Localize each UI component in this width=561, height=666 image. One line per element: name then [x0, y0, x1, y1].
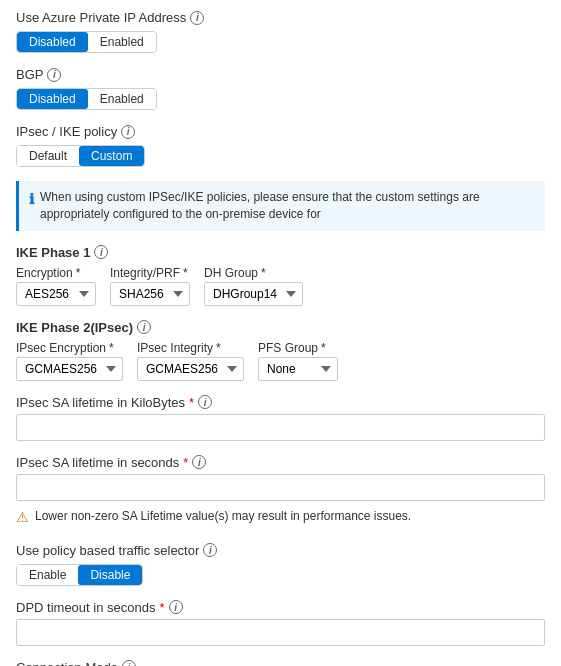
ipsec-ike-policy-toggle[interactable]: Default Custom [16, 145, 145, 167]
policy-based-traffic-enable-btn[interactable]: Enable [17, 565, 78, 585]
use-azure-private-ip-enabled-btn[interactable]: Enabled [88, 32, 156, 52]
dh-group-label-text: DH Group [204, 266, 258, 280]
ipsec-integrity-select[interactable]: GCMAES256 GCMAES128 SHA256 SHA1 [137, 357, 244, 381]
policy-based-traffic-label: Use policy based traffic selector i [16, 543, 545, 558]
integrity-prf-label: Integrity/PRF * [110, 266, 190, 280]
encryption-label-text: Encryption [16, 266, 73, 280]
use-azure-private-ip-text: Use Azure Private IP Address [16, 10, 186, 25]
pfs-group-select[interactable]: None PFS1 PFS2 PFS14 [258, 357, 338, 381]
ipsec-sa-kb-info-icon[interactable]: i [198, 395, 212, 409]
dpd-timeout-required: * [159, 600, 164, 615]
ipsec-encryption-required: * [109, 341, 114, 355]
dh-group-select[interactable]: DHGroup14 DHGroup2 DHGroup1 ECP256 [204, 282, 303, 306]
bgp-text: BGP [16, 67, 43, 82]
ike-phase1-dropdowns: Encryption * AES256 AES128 DES3 DES Inte… [16, 266, 545, 306]
ipsec-ike-policy-info-icon[interactable]: i [121, 125, 135, 139]
ipsec-sa-sec-section: IPsec SA lifetime in seconds * i 28800 ⚠… [16, 455, 545, 529]
bgp-enabled-btn[interactable]: Enabled [88, 89, 156, 109]
ike-phase2-heading-text: IKE Phase 2(IPsec) [16, 320, 133, 335]
encryption-field: Encryption * AES256 AES128 DES3 DES [16, 266, 96, 306]
warning-icon: ⚠ [16, 509, 29, 525]
ike-phase1-heading: IKE Phase 1 i [16, 245, 545, 260]
bgp-info-icon[interactable]: i [47, 68, 61, 82]
ike-phase2-section: IKE Phase 2(IPsec) i IPsec Encryption * … [16, 320, 545, 381]
bgp-toggle[interactable]: Disabled Enabled [16, 88, 157, 110]
policy-based-traffic-disable-btn[interactable]: Disable [78, 565, 142, 585]
ipsec-sa-sec-info-icon[interactable]: i [192, 455, 206, 469]
ipsec-sa-kb-required: * [189, 395, 194, 410]
dpd-timeout-label: DPD timeout in seconds * i [16, 600, 545, 615]
encryption-required: * [76, 266, 81, 280]
integrity-prf-required: * [183, 266, 188, 280]
warning-text: Lower non-zero SA Lifetime value(s) may … [35, 509, 411, 523]
pfs-group-field: PFS Group * None PFS1 PFS2 PFS14 [258, 341, 338, 381]
pfs-group-label: PFS Group * [258, 341, 338, 355]
bgp-label: BGP i [16, 67, 545, 82]
bgp-disabled-btn[interactable]: Disabled [17, 89, 88, 109]
ike-phase2-heading: IKE Phase 2(IPsec) i [16, 320, 545, 335]
ipsec-integrity-field: IPsec Integrity * GCMAES256 GCMAES128 SH… [137, 341, 244, 381]
ipsec-encryption-field: IPsec Encryption * GCMAES256 GCMAES128 A… [16, 341, 123, 381]
info-banner: ℹ When using custom IPSec/IKE policies, … [16, 181, 545, 231]
policy-based-traffic-selector-section: Use policy based traffic selector i Enab… [16, 543, 545, 586]
ipsec-encryption-select[interactable]: GCMAES256 GCMAES128 AES256 AES128 [16, 357, 123, 381]
connection-mode-section: Connection Mode i Default InitiatorOnly … [16, 660, 545, 666]
use-azure-private-ip-label: Use Azure Private IP Address i [16, 10, 545, 25]
ipsec-ike-policy-default-btn[interactable]: Default [17, 146, 79, 166]
policy-based-traffic-toggle[interactable]: Enable Disable [16, 564, 143, 586]
dh-group-required: * [261, 266, 266, 280]
ipsec-integrity-label: IPsec Integrity * [137, 341, 244, 355]
ipsec-sa-kb-input[interactable]: 102400000 [16, 414, 545, 441]
encryption-select[interactable]: AES256 AES128 DES3 DES [16, 282, 96, 306]
ipsec-sa-sec-label: IPsec SA lifetime in seconds * i [16, 455, 545, 470]
ipsec-encryption-label: IPsec Encryption * [16, 341, 123, 355]
encryption-label: Encryption * [16, 266, 96, 280]
integrity-prf-select[interactable]: SHA256 SHA384 SHA1 MD5 [110, 282, 190, 306]
integrity-prf-field: Integrity/PRF * SHA256 SHA384 SHA1 MD5 [110, 266, 190, 306]
dpd-timeout-section: DPD timeout in seconds * i 45 [16, 600, 545, 646]
pfs-group-label-text: PFS Group [258, 341, 318, 355]
ipsec-integrity-label-text: IPsec Integrity [137, 341, 213, 355]
ipsec-ike-policy-label: IPsec / IKE policy i [16, 124, 545, 139]
pfs-group-required: * [321, 341, 326, 355]
policy-based-traffic-info-icon[interactable]: i [203, 543, 217, 557]
dpd-timeout-label-text: DPD timeout in seconds [16, 600, 155, 615]
connection-mode-label: Connection Mode i [16, 660, 545, 666]
integrity-prf-label-text: Integrity/PRF [110, 266, 180, 280]
ipsec-sa-sec-label-text: IPsec SA lifetime in seconds [16, 455, 179, 470]
dpd-timeout-input[interactable]: 45 [16, 619, 545, 646]
ipsec-integrity-required: * [216, 341, 221, 355]
ipsec-sa-kb-label: IPsec SA lifetime in KiloBytes * i [16, 395, 545, 410]
use-azure-private-ip-disabled-btn[interactable]: Disabled [17, 32, 88, 52]
ike-phase1-heading-text: IKE Phase 1 [16, 245, 90, 260]
dh-group-label: DH Group * [204, 266, 303, 280]
info-banner-text: When using custom IPSec/IKE policies, pl… [40, 189, 535, 223]
use-azure-private-ip-section: Use Azure Private IP Address i Disabled … [16, 10, 545, 53]
ipsec-sa-sec-input[interactable]: 28800 [16, 474, 545, 501]
connection-mode-info-icon[interactable]: i [122, 660, 136, 666]
connection-mode-label-text: Connection Mode [16, 660, 118, 666]
use-azure-private-ip-info-icon[interactable]: i [190, 11, 204, 25]
dh-group-field: DH Group * DHGroup14 DHGroup2 DHGroup1 E… [204, 266, 303, 306]
bgp-section: BGP i Disabled Enabled [16, 67, 545, 110]
info-banner-icon: ℹ [29, 190, 34, 210]
ipsec-sa-kb-section: IPsec SA lifetime in KiloBytes * i 10240… [16, 395, 545, 441]
ipsec-ike-policy-custom-btn[interactable]: Custom [79, 146, 144, 166]
ipsec-encryption-label-text: IPsec Encryption [16, 341, 106, 355]
ike-phase1-section: IKE Phase 1 i Encryption * AES256 AES128… [16, 245, 545, 306]
ipsec-ike-policy-section: IPsec / IKE policy i Default Custom [16, 124, 545, 167]
ipsec-sa-sec-required: * [183, 455, 188, 470]
ipsec-sa-warning: ⚠ Lower non-zero SA Lifetime value(s) ma… [16, 505, 545, 529]
ipsec-ike-policy-text: IPsec / IKE policy [16, 124, 117, 139]
ike-phase1-info-icon[interactable]: i [94, 245, 108, 259]
ipsec-sa-kb-label-text: IPsec SA lifetime in KiloBytes [16, 395, 185, 410]
dpd-timeout-info-icon[interactable]: i [169, 600, 183, 614]
use-azure-private-ip-toggle[interactable]: Disabled Enabled [16, 31, 157, 53]
ike-phase2-dropdowns: IPsec Encryption * GCMAES256 GCMAES128 A… [16, 341, 545, 381]
policy-based-traffic-label-text: Use policy based traffic selector [16, 543, 199, 558]
ike-phase2-info-icon[interactable]: i [137, 320, 151, 334]
